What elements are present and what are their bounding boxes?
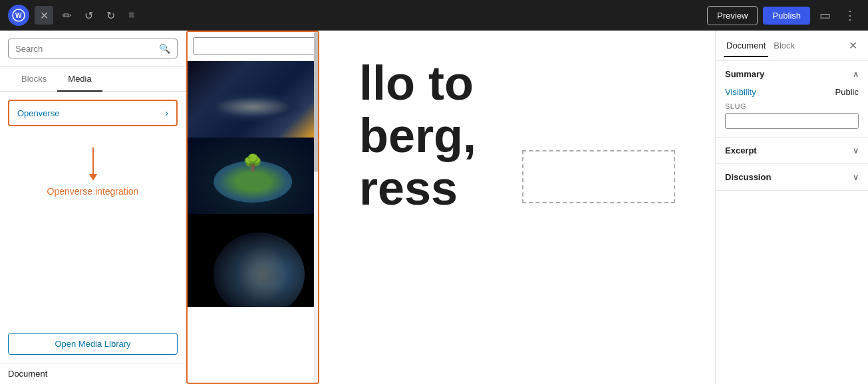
toolbar: W ✕ ✏ ↺ ↻ ≡ Preview Publish ▭ ⋮ xyxy=(0,0,868,31)
visibility-row: Visibility Public xyxy=(725,87,859,97)
list-view-button[interactable]: ≡ xyxy=(124,5,138,25)
left-sidebar: 🔍 Blocks Media Openverse › Openverse int… xyxy=(0,31,186,384)
blocks-media-tabs: Blocks Media xyxy=(0,67,186,92)
search-box: 🔍 xyxy=(8,39,178,58)
editor-canvas[interactable]: llo to berg, ress xyxy=(319,31,715,384)
redo-icon: ↻ xyxy=(106,9,115,22)
view-toggle-button[interactable]: ▭ xyxy=(815,4,835,27)
more-icon: ⋮ xyxy=(844,8,856,23)
discussion-section: Discussion ∨ xyxy=(716,164,868,191)
right-sidebar: Document Block ✕ Summary ∧ Visibility Pu… xyxy=(715,31,868,384)
sidebar-close-button[interactable]: ✕ xyxy=(846,37,860,54)
pencil-icon: ✏ xyxy=(63,9,71,22)
close-icon: ✕ xyxy=(849,40,857,51)
more-options-button[interactable]: ⋮ xyxy=(840,4,860,27)
undo-icon: ↺ xyxy=(84,9,93,22)
discussion-section-header[interactable]: Discussion ∨ xyxy=(716,164,868,190)
right-sidebar-header: Document Block ✕ xyxy=(716,31,868,61)
visibility-label[interactable]: Visibility xyxy=(725,87,756,97)
close-button[interactable]: ✕ xyxy=(35,6,53,25)
annotation-text: Openverse integration xyxy=(47,186,139,197)
arrow-line xyxy=(92,147,94,174)
scrollbar-track[interactable] xyxy=(314,32,318,383)
list-view-icon: ≡ xyxy=(128,9,134,21)
openverse-label: Openverse xyxy=(17,108,60,118)
search-input[interactable] xyxy=(15,44,155,54)
preview-button[interactable]: Preview xyxy=(707,6,758,25)
search-icon: 🔍 xyxy=(159,43,170,54)
arrow-head xyxy=(89,174,97,181)
slug-field-wrapper: SLUG say-hello-to-gutenberg-the-wordpres… xyxy=(725,102,859,129)
chevron-up-icon: ∧ xyxy=(853,70,859,79)
search-area: 🔍 xyxy=(0,31,186,67)
media-images-list xyxy=(188,61,318,383)
document-label: Document xyxy=(0,363,186,384)
tab-block[interactable]: Block xyxy=(771,35,797,57)
visibility-value: Public xyxy=(835,87,859,97)
tab-document[interactable]: Document xyxy=(724,35,768,57)
chevron-down-icon: ∨ xyxy=(853,173,859,182)
slug-label: SLUG xyxy=(725,102,859,110)
redo-button[interactable]: ↻ xyxy=(102,5,119,26)
summary-label: Summary xyxy=(725,69,764,79)
excerpt-section: Excerpt ∨ xyxy=(716,138,868,164)
excerpt-section-header[interactable]: Excerpt ∨ xyxy=(716,138,868,163)
pencil-button[interactable]: ✏ xyxy=(59,5,75,26)
editor-line1: llo to xyxy=(359,57,675,110)
media-search-bar: Planet Earth ✕ xyxy=(188,32,318,61)
tab-media[interactable]: Media xyxy=(57,67,102,92)
image-placeholder-box[interactable] xyxy=(522,150,675,203)
openverse-item[interactable]: Openverse › xyxy=(8,100,178,126)
svg-text:W: W xyxy=(15,12,22,19)
summary-section: Summary ∧ Visibility Public SLUG say-hel… xyxy=(716,61,868,138)
close-icon: ✕ xyxy=(40,9,49,22)
chevron-down-icon: ∨ xyxy=(853,146,859,155)
summary-section-content: Visibility Public SLUG say-hello-to-gute… xyxy=(716,87,868,137)
content-area: llo to berg, ress xyxy=(319,31,715,384)
media-image-earth-night[interactable] xyxy=(188,61,318,138)
tab-blocks[interactable]: Blocks xyxy=(11,67,57,92)
media-panel: Planet Earth ✕ xyxy=(186,31,319,384)
discussion-label: Discussion xyxy=(725,172,771,182)
toolbar-right: Preview Publish ▭ ⋮ xyxy=(707,4,860,27)
media-panel-wrapper: Planet Earth ✕ xyxy=(186,31,319,384)
slug-input[interactable]: say-hello-to-gutenberg-the-wordpress- xyxy=(725,113,859,129)
media-search-input[interactable]: Planet Earth xyxy=(193,37,317,55)
media-image-earth-tree[interactable] xyxy=(188,138,318,214)
main-layout: 🔍 Blocks Media Openverse › Openverse int… xyxy=(0,31,868,384)
media-image-earth-crescent[interactable] xyxy=(188,214,318,307)
view-icon: ▭ xyxy=(819,8,831,23)
scrollbar-thumb[interactable] xyxy=(314,32,318,172)
wp-logo[interactable]: W xyxy=(8,5,29,26)
openverse-annotation: Openverse integration xyxy=(0,134,186,210)
publish-button[interactable]: Publish xyxy=(763,7,810,25)
toolbar-left: W ✕ ✏ ↺ ↻ ≡ xyxy=(8,5,138,26)
open-media-library-button[interactable]: Open Media Library xyxy=(8,333,178,355)
excerpt-label: Excerpt xyxy=(725,145,757,155)
undo-button[interactable]: ↺ xyxy=(80,5,97,26)
chevron-right-icon: › xyxy=(165,108,168,118)
summary-section-header[interactable]: Summary ∧ xyxy=(716,61,868,87)
